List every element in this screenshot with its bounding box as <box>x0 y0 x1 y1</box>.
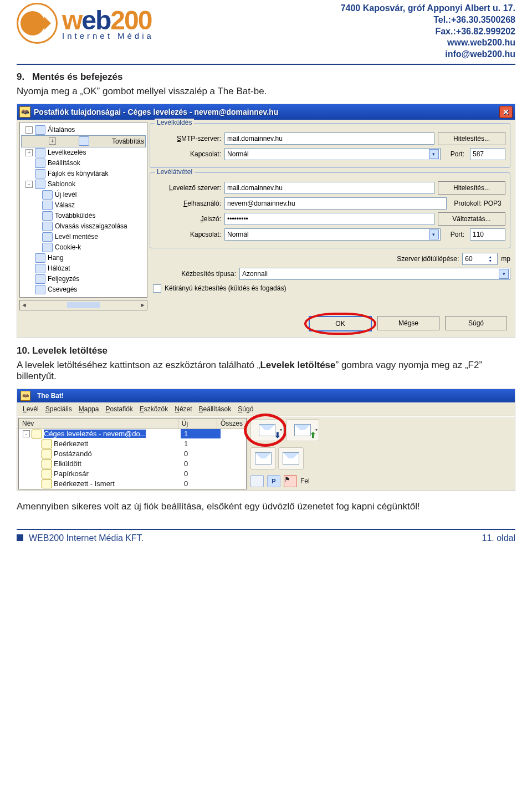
folder-icon <box>35 264 45 273</box>
folder-tree[interactable]: Név Új Összes -Céges levelezés - nevem@d… <box>18 418 247 489</box>
timeout-unit: mp <box>501 255 510 263</box>
menu-item[interactable]: Súgó <box>236 404 255 414</box>
folder-row[interactable]: Papírkosár0 <box>19 469 246 479</box>
tree-item[interactable]: Beállítások <box>21 158 146 169</box>
expand-icon[interactable]: - <box>23 430 30 437</box>
recv-legend: Levélátvétel <box>155 168 195 176</box>
delivery-select[interactable]: Azonnali▾ <box>239 268 510 280</box>
settings-tree[interactable]: -Általános+Továbbítás+LevélkezelésBeállí… <box>19 122 147 298</box>
tree-item[interactable]: -Sablonok <box>21 179 146 190</box>
folder-icon <box>35 148 45 157</box>
smtp-conn-label: Kapcsolat: <box>155 150 221 158</box>
folder-icon <box>79 136 89 146</box>
tree-item[interactable]: -Általános <box>21 125 146 135</box>
bat-titlebar[interactable]: 🦇The Bat! <box>17 389 515 402</box>
menu-item[interactable]: Postafiók <box>103 404 135 414</box>
menubar[interactable]: LevélSpeciálisMappaPostafiókEszközökNéze… <box>17 402 515 416</box>
tree-item[interactable]: Továbbküldés <box>21 211 146 221</box>
folder-row[interactable]: -Céges levelezés - nevem@do...1 <box>19 429 246 439</box>
app-icon: 🦇 <box>21 391 30 401</box>
menu-item[interactable]: Speciális <box>43 404 74 414</box>
smtp-auth-button[interactable]: Hitelesítés... <box>438 132 505 145</box>
menu-item[interactable]: Eszközök <box>137 404 170 414</box>
mail-icon[interactable] <box>250 475 264 487</box>
recv-conn-select[interactable]: Normál▾ <box>224 228 441 241</box>
section-10-num: 10. <box>17 345 32 356</box>
footer-company: WEB200 Internet Média KFT. <box>29 533 144 543</box>
tree-scrollbar[interactable]: ◄► <box>19 300 147 310</box>
footer-bullet-icon <box>17 534 23 541</box>
tree-label: Új levél <box>55 191 76 198</box>
menu-item[interactable]: Nézet <box>172 404 194 414</box>
ok-button[interactable]: OK <box>309 316 372 331</box>
parking-icon[interactable]: P <box>267 475 280 487</box>
folder-icon <box>35 253 45 263</box>
tree-label: Cookie-k <box>55 243 81 251</box>
send-mail-button[interactable]: ⬆▾ <box>286 419 319 441</box>
fel-label: Fel <box>300 477 310 485</box>
user-input[interactable] <box>224 197 447 210</box>
section-9-num: 9. <box>17 72 32 83</box>
folder-icon <box>42 440 52 448</box>
checkbox-icon <box>153 284 161 293</box>
flag-icon[interactable]: ⚑ <box>284 475 297 487</box>
change-button[interactable]: Változtatás... <box>438 212 505 226</box>
tree-item[interactable]: Olvasás visszaigazolása <box>21 221 146 232</box>
download-mail-button[interactable]: ⬇▾ <box>250 419 284 441</box>
folder-row[interactable]: Postázandó0 <box>19 449 246 459</box>
smtp-conn-select[interactable]: Normál▾ <box>224 148 441 160</box>
toolbar-forward-button[interactable] <box>278 447 304 469</box>
tree-item[interactable]: Hálózat <box>21 263 146 274</box>
contact-block: 7400 Kaposvár, gróf Apponyi Albert u. 17… <box>341 3 515 60</box>
receive-fieldset: Levélátvétel Levelező szerver: Hitelesít… <box>150 172 510 248</box>
smtp-input[interactable] <box>224 132 434 145</box>
tree-item[interactable]: Hang <box>21 253 146 263</box>
folder-row[interactable]: Elküldött0 <box>19 459 246 469</box>
bidirectional-checkbox[interactable]: Kétirányú kézbesítés (küldés és fogadás) <box>153 284 510 293</box>
smtp-port-label: Port: <box>451 150 464 158</box>
tree-item[interactable]: Csevegés <box>21 284 146 295</box>
tree-item[interactable]: Válasz <box>21 200 146 211</box>
tree-item[interactable]: Feljegyzés <box>21 274 146 284</box>
password-input[interactable] <box>224 213 434 225</box>
send-fieldset: Levélküldés SMTP-szerver: Hitelesítés...… <box>150 123 510 168</box>
expand-icon[interactable]: - <box>25 181 33 188</box>
smtp-port-input[interactable] <box>470 148 505 160</box>
mailserver-input[interactable] <box>224 182 434 194</box>
folder-label: Beérkezett - Ismert <box>54 479 115 488</box>
tree-item[interactable]: +Levélkezelés <box>21 147 146 158</box>
folder-label: Postázandó <box>54 450 92 458</box>
tree-item[interactable]: Új levél <box>21 190 146 200</box>
help-button[interactable]: Súgó <box>445 316 507 330</box>
close-icon[interactable]: ✕ <box>499 106 513 118</box>
tree-label: Általános <box>48 126 75 134</box>
tree-item[interactable]: Fájlok és könyvtárak <box>21 169 146 179</box>
recv-port-input[interactable] <box>470 228 505 241</box>
dialog-titlebar[interactable]: 🦇Postafiók tulajdonságai - Céges levelez… <box>17 104 515 120</box>
timeout-label: Szerver időtúllépése: <box>397 255 459 263</box>
tree-label: Továbbítás <box>112 137 144 145</box>
recv-auth-button[interactable]: Hitelesítés... <box>438 181 505 195</box>
col-new: Új <box>178 418 217 428</box>
menu-item[interactable]: Mappa <box>76 404 101 414</box>
folder-icon <box>35 274 45 284</box>
toolbar: ⬇▾ ⬆▾ P ⚑ Fel <box>248 417 515 491</box>
menu-item[interactable]: Levél <box>21 404 41 414</box>
cancel-button[interactable]: Mégse <box>377 316 439 330</box>
footer-page: 11. oldal <box>482 533 516 543</box>
smtp-conn-value: Normál <box>227 150 249 158</box>
folder-row[interactable]: Beérkezett - Ismert0 <box>19 479 246 489</box>
expand-icon[interactable]: - <box>25 126 33 134</box>
expand-icon[interactable]: + <box>49 137 56 145</box>
chevron-down-icon: ▾ <box>499 269 509 279</box>
expand-icon[interactable]: + <box>25 149 33 156</box>
tree-label: Levélkezelés <box>48 149 86 156</box>
folder-new-count: 0 <box>181 479 221 488</box>
folder-row[interactable]: Beérkezett1 <box>19 439 246 449</box>
menu-item[interactable]: Beállítások <box>197 404 234 414</box>
toolbar-reply-button[interactable] <box>250 447 276 469</box>
tree-item[interactable]: Cookie-k <box>21 242 146 253</box>
tree-item[interactable]: Levél mentése <box>21 232 146 242</box>
tree-item[interactable]: +Továbbítás <box>21 135 146 147</box>
timeout-spinner[interactable]: 60▲▼ <box>462 253 498 265</box>
